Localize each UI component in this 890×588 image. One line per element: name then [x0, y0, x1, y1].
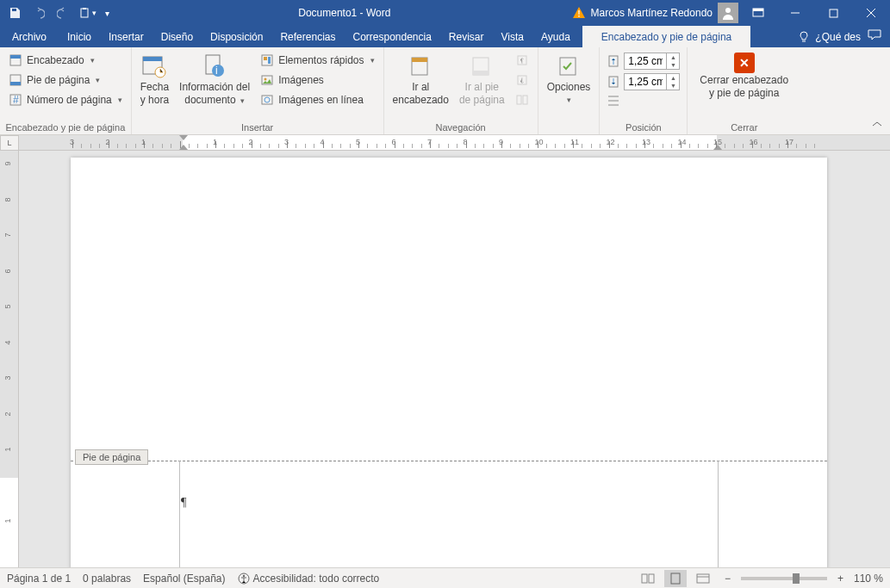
svg-text:#: # [13, 94, 19, 106]
read-mode-icon[interactable] [637, 570, 659, 587]
quick-parts-button[interactable]: Elementos rápidos▾ [257, 51, 377, 70]
first-line-indent-icon[interactable] [179, 135, 188, 140]
goto-footer-button: Ir al pie de página [454, 49, 510, 106]
zoom-in-button[interactable]: + [832, 573, 849, 585]
print-layout-icon[interactable] [664, 570, 687, 587]
status-bar: Página 1 de 1 0 palabras Español (España… [0, 567, 890, 588]
spin-up-icon[interactable]: ▲ [667, 74, 679, 82]
tab-review[interactable]: Revisar [440, 26, 493, 47]
tab-insert[interactable]: Insertar [100, 26, 152, 47]
date-time-button[interactable]: Fecha y hora [135, 49, 174, 106]
footer-distance-input[interactable] [625, 76, 666, 88]
page-number-button[interactable]: #Número de página▾ [5, 90, 126, 109]
tell-me-icon[interactable]: ¿Qué des [798, 31, 861, 43]
svg-rect-40 [671, 573, 680, 584]
spin-down-icon[interactable]: ▼ [667, 82, 679, 90]
svg-rect-39 [649, 574, 654, 583]
group-position: ▲▼ ▲▼ Posición [600, 47, 688, 134]
spin-down-icon[interactable]: ▼ [667, 61, 679, 69]
online-images-button[interactable]: Imágenes en línea [257, 90, 377, 109]
group-label-options [542, 132, 596, 134]
close-header-footer-button[interactable]: ✕ Cerrar encabezado y pie de página [691, 49, 797, 99]
zoom-thumb[interactable] [793, 573, 800, 584]
header-icon [9, 53, 22, 67]
paste-icon[interactable]: ▾ [76, 2, 98, 24]
goto-header-button[interactable]: Ir al encabezado [388, 49, 454, 106]
tab-references[interactable]: Referencias [271, 26, 344, 47]
options-button[interactable]: Opciones ▾ [542, 49, 596, 106]
online-image-icon [260, 93, 274, 107]
ruler-corner[interactable]: L [0, 135, 19, 151]
footer-tag: Pie de página [75, 449, 148, 465]
hanging-indent-icon[interactable] [179, 145, 188, 150]
window-title: Documento1 - Word [117, 7, 572, 19]
warning-icon [572, 6, 586, 20]
footer-button[interactable]: Pie de página▾ [5, 71, 126, 90]
tab-view[interactable]: Vista [493, 26, 532, 47]
avatar-icon[interactable] [718, 3, 738, 23]
save-icon[interactable] [3, 2, 26, 24]
accessibility-icon [238, 573, 250, 585]
tab-mailings[interactable]: Correspondencia [344, 26, 439, 47]
svg-rect-41 [697, 574, 709, 583]
insert-alignment-tab[interactable] [607, 94, 680, 108]
minimize-button[interactable] [776, 0, 814, 26]
status-language[interactable]: Español (España) [143, 573, 225, 585]
images-button[interactable]: Imágenes [257, 71, 377, 90]
group-navigation: Ir al encabezado Ir al pie de página Nav… [384, 47, 538, 134]
align-tab-icon [607, 94, 620, 108]
footer-separator [71, 461, 827, 461]
comments-icon[interactable] [868, 29, 881, 44]
spin-up-icon[interactable]: ▲ [667, 53, 679, 61]
header-distance-spinner[interactable]: ▲▼ [624, 53, 680, 70]
tab-file[interactable]: Archivo [0, 26, 59, 47]
tab-layout[interactable]: Disposición [202, 26, 271, 47]
svg-rect-19 [264, 57, 267, 60]
horizontal-ruler[interactable]: 3211234567891011121314151617 [19, 135, 890, 151]
page[interactable]: Pie de página ¶ [71, 158, 827, 567]
group-label-header-footer: Encabezado y pie de página [3, 121, 128, 134]
group-label-navigation: Navegación [388, 121, 534, 134]
ribbon-display-icon[interactable] [744, 0, 773, 26]
window-controls [776, 0, 890, 26]
status-page[interactable]: Página 1 de 1 [7, 573, 71, 585]
footer-icon [9, 73, 22, 87]
status-accessibility[interactable]: Accesibilidad: todo correcto [238, 573, 380, 585]
close-x-icon: ✕ [734, 53, 755, 73]
group-insert: Fecha y hora i Información del documento… [132, 47, 384, 134]
paragraph-mark-icon: ¶ [181, 496, 186, 510]
tab-design[interactable]: Diseño [152, 26, 202, 47]
tab-help[interactable]: Ayuda [532, 26, 579, 47]
status-words[interactable]: 0 palabras [83, 573, 131, 585]
svg-rect-5 [830, 9, 837, 17]
close-button[interactable] [852, 0, 890, 26]
tab-header-footer[interactable]: Encabezado y pie de página [582, 26, 750, 47]
svg-rect-31 [517, 96, 521, 104]
doc-info-button[interactable]: i Información del documento ▾ [174, 49, 255, 107]
ribbon: Encabezado▾ Pie de página▾ #Número de pá… [0, 47, 890, 135]
redo-icon[interactable] [52, 2, 74, 24]
group-close: ✕ Cerrar encabezado y pie de página Cerr… [688, 47, 800, 134]
zoom-slider[interactable] [741, 577, 827, 580]
header-button[interactable]: Encabezado▾ [5, 51, 126, 70]
vertical-ruler[interactable]: 9876543211 [0, 151, 19, 567]
zoom-level[interactable]: 110 % [854, 573, 883, 585]
document-area: Pie de página ¶ [19, 151, 890, 567]
pos-bottom-icon [607, 75, 620, 89]
calendar-icon [140, 53, 168, 80]
tab-home[interactable]: Inicio [59, 26, 100, 47]
user-name[interactable]: Marcos Martínez Redondo [591, 7, 713, 19]
nav-next-button [512, 71, 532, 90]
svg-rect-9 [10, 82, 21, 85]
collapse-ribbon-icon[interactable] [871, 119, 883, 131]
qat-customize-icon[interactable]: ▾ [100, 2, 114, 24]
web-layout-icon[interactable] [692, 570, 714, 587]
ribbon-tabs: Archivo Inicio Insertar Diseño Disposici… [0, 26, 890, 47]
zoom-out-button[interactable]: − [719, 573, 736, 585]
svg-point-37 [242, 574, 244, 576]
footer-distance-spinner[interactable]: ▲▼ [624, 73, 680, 90]
header-distance-input[interactable] [625, 55, 666, 67]
maximize-button[interactable] [814, 0, 852, 26]
header-from-top: ▲▼ [607, 53, 680, 70]
undo-icon[interactable] [28, 2, 50, 24]
